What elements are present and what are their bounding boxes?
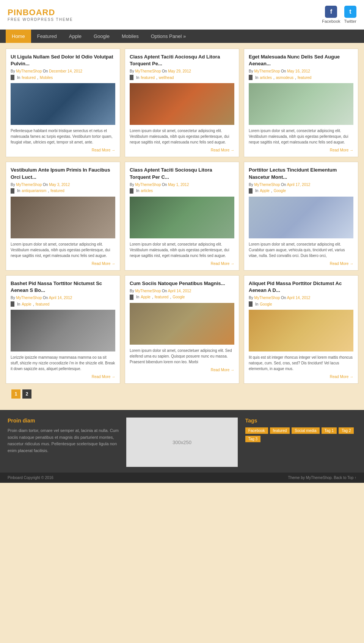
page-2-btn[interactable]: 2 bbox=[22, 389, 31, 399]
post-date-7[interactable]: April 14, 2012 bbox=[168, 289, 191, 293]
pagination: 1 2 bbox=[6, 384, 358, 404]
category-icon-7 bbox=[130, 295, 133, 300]
read-more-1: Read More → bbox=[130, 148, 234, 152]
tag-1[interactable]: featured bbox=[270, 427, 290, 434]
post-meta-2: By MyThemeShop On May 16, 2012 bbox=[249, 69, 353, 73]
post-author-3[interactable]: MyThemeShop bbox=[16, 183, 42, 187]
facebook-icon: f bbox=[325, 6, 337, 18]
post-author-7[interactable]: MyThemeShop bbox=[135, 289, 161, 293]
twitter-link[interactable]: t Twitter bbox=[344, 6, 356, 24]
nav-options[interactable]: Options Panel » bbox=[145, 30, 192, 43]
post-meta-5: By MyThemeShop On April 17, 2012 bbox=[249, 183, 353, 187]
read-more-link-3[interactable]: Read More → bbox=[92, 262, 115, 266]
post-excerpt-7: Lorem ipsum dolor sit amet, consectetuer… bbox=[130, 348, 234, 365]
tag-2[interactable]: Social media bbox=[292, 427, 319, 434]
post-excerpt-5: Lorem ipsum dolor sit amet, consectetur … bbox=[249, 241, 353, 258]
post-meta-0: By MyThemeShop On December 14, 2012 bbox=[11, 69, 115, 73]
post-date-4[interactable]: May 1, 2012 bbox=[168, 183, 189, 187]
post-title-7: Cum Sociis Natoque Penatibus Magnis... bbox=[130, 280, 234, 287]
header: PINBOARD FREE WORDPRESS THEME f Facebook… bbox=[0, 0, 364, 30]
post-date-6[interactable]: April 14, 2012 bbox=[49, 296, 72, 300]
read-more-7: Read More → bbox=[130, 368, 234, 372]
footer-col3-title: Tags bbox=[245, 418, 356, 424]
footer-col2: 300x250 bbox=[126, 418, 237, 467]
post-date-8[interactable]: April 14, 2012 bbox=[287, 296, 311, 300]
post-card-3: Vestibulum Ante Ipsum Primis In Faucibus… bbox=[6, 162, 120, 270]
post-image-6 bbox=[11, 310, 115, 351]
logo-tagline: FREE WORDPRESS THEME bbox=[8, 17, 73, 22]
post-category-2: In articles, asmodeus, featured bbox=[249, 75, 353, 80]
post-date-3[interactable]: May 3, 2012 bbox=[49, 183, 70, 187]
footer-copyright: Pinboard Copyright © 2016 bbox=[8, 476, 53, 480]
logo-name: PINBOARD bbox=[8, 8, 73, 17]
nav-home[interactable]: Home bbox=[6, 30, 31, 43]
read-more-link-0[interactable]: Read More → bbox=[92, 148, 115, 152]
footer-grid: Proin diam Proin diam tortor, ornare vel… bbox=[8, 418, 356, 473]
nav-mobiles[interactable]: Mobiles bbox=[116, 30, 145, 43]
twitter-icon: t bbox=[344, 6, 356, 18]
nav-google[interactable]: Google bbox=[88, 30, 116, 43]
social-links: f Facebook t Twitter bbox=[322, 6, 356, 24]
post-title-2: Eget Malesuada Nunc Delis Sed Augue Aene… bbox=[249, 54, 353, 67]
category-icon-5 bbox=[249, 188, 253, 194]
post-author-4[interactable]: MyThemeShop bbox=[135, 183, 161, 187]
tag-4[interactable]: Tag 2 bbox=[339, 427, 354, 434]
read-more-link-5[interactable]: Read More → bbox=[330, 262, 353, 266]
facebook-label: Facebook bbox=[322, 19, 340, 24]
post-image-7 bbox=[130, 303, 234, 345]
post-excerpt-4: Lorem ipsum dolor sit amet, consectetur … bbox=[130, 241, 234, 258]
post-card-5: Porttitor Lectus Tincidunt Elementum Nas… bbox=[244, 162, 358, 270]
post-author-5[interactable]: MyThemeShop bbox=[254, 183, 280, 187]
post-author-6[interactable]: MyThemeShop bbox=[16, 296, 42, 300]
navbar: Home Featured Apple Google Mobiles Optio… bbox=[0, 30, 364, 43]
read-more-5: Read More → bbox=[249, 262, 353, 266]
read-more-6: Read More → bbox=[11, 375, 115, 379]
post-meta-1: By MyThemeShop On May 29, 2012 bbox=[130, 69, 234, 73]
footer-col3: Tags FacebookfeaturedSocial mediaTag 1Ta… bbox=[245, 418, 356, 467]
nav-featured[interactable]: Featured bbox=[31, 30, 63, 43]
post-title-3: Vestibulum Ante Ipsum Primis In Faucibus… bbox=[11, 167, 115, 180]
tag-cloud: FacebookfeaturedSocial mediaTag 1Tag 2Ta… bbox=[245, 427, 356, 442]
post-image-4 bbox=[130, 197, 234, 238]
post-image-2 bbox=[249, 83, 353, 125]
tag-3[interactable]: Tag 1 bbox=[322, 427, 337, 434]
category-icon-1 bbox=[130, 75, 133, 80]
post-excerpt-6: Lorizzle ipsizzle mammasay mammasa mamma… bbox=[11, 355, 115, 372]
post-date-1[interactable]: May 29, 2012 bbox=[168, 69, 191, 73]
post-excerpt-2: Lorem ipsum dolor sit amet, consectetur … bbox=[249, 128, 353, 145]
tag-0[interactable]: Facebook bbox=[245, 427, 268, 434]
read-more-link-8[interactable]: Read More → bbox=[330, 375, 353, 379]
main-content: Ut Ligula Nullam Sed Dolor Id Odio Volut… bbox=[0, 43, 364, 410]
post-date-2[interactable]: May 16, 2012 bbox=[287, 69, 310, 73]
facebook-link[interactable]: f Facebook bbox=[322, 6, 340, 24]
page-1-btn[interactable]: 1 bbox=[11, 389, 20, 399]
post-date-5[interactable]: April 17, 2012 bbox=[287, 183, 311, 187]
tag-5[interactable]: Tag 3 bbox=[245, 436, 260, 442]
post-category-0: In featured, Mobiles bbox=[11, 75, 115, 80]
post-author-1[interactable]: MyThemeShop bbox=[135, 69, 161, 73]
post-category-8: In Google bbox=[249, 301, 353, 307]
post-author-2[interactable]: MyThemeShop bbox=[254, 69, 280, 73]
logo: PINBOARD FREE WORDPRESS THEME bbox=[8, 8, 73, 22]
post-category-5: In Apple, Google bbox=[249, 188, 353, 194]
read-more-link-4[interactable]: Read More → bbox=[211, 262, 234, 266]
post-meta-3: By MyThemeShop On May 3, 2012 bbox=[11, 183, 115, 187]
post-date-0[interactable]: December 14, 2012 bbox=[49, 69, 82, 73]
post-card-4: Class Aptent Taciti Sociosqu Litora Torq… bbox=[125, 162, 239, 270]
post-excerpt-1: Lorem ipsum dolor sit amet, consectetur … bbox=[130, 128, 234, 145]
post-excerpt-3: Lorem ipsum dolor sit amet, consectetur … bbox=[11, 241, 115, 258]
post-category-1: In featured, wellhead bbox=[130, 75, 234, 80]
post-author-0[interactable]: MyThemeShop bbox=[16, 69, 42, 73]
read-more-link-2[interactable]: Read More → bbox=[330, 148, 353, 152]
footer-col1-text: Proin diam tortor, ornare vel semper at,… bbox=[8, 427, 119, 454]
post-image-1 bbox=[130, 83, 234, 125]
read-more-link-1[interactable]: Read More → bbox=[211, 148, 234, 152]
read-more-link-6[interactable]: Read More → bbox=[92, 375, 115, 379]
nav-apple[interactable]: Apple bbox=[63, 30, 88, 43]
footer-theme-credit: Theme by MyThemeShop. Back to Top ↑ bbox=[288, 476, 356, 480]
post-card-8: Aliquet Pid Massa Porttitor Dictumst Ac … bbox=[244, 275, 358, 384]
post-author-8[interactable]: MyThemeShop bbox=[254, 296, 280, 300]
post-card-2: Eget Malesuada Nunc Delis Sed Augue Aene… bbox=[244, 49, 358, 157]
twitter-label: Twitter bbox=[344, 19, 356, 24]
read-more-link-7[interactable]: Read More → bbox=[211, 368, 234, 372]
